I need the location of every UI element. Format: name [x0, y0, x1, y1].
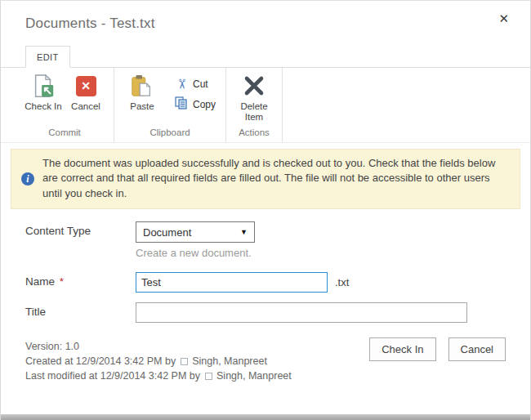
title-row: Title [25, 302, 506, 323]
group-label-clipboard: Clipboard [114, 125, 225, 142]
dialog-title: Documents - Test.txt [25, 16, 509, 32]
cut-button[interactable]: ✂ Cut [170, 74, 219, 94]
title-label: Title [25, 302, 136, 318]
presence-indicator-icon [181, 358, 188, 365]
cancel-icon: ✕ [73, 73, 99, 99]
paste-label: Paste [130, 101, 154, 112]
group-label-commit: Commit [16, 125, 114, 142]
delete-item-label: Delete Item [235, 101, 273, 123]
dialog-bottom-shadow [1, 414, 530, 420]
modified-user: Singh, Manpreet [216, 370, 292, 382]
delete-item-icon [241, 73, 267, 99]
presence-indicator-icon [205, 373, 212, 380]
document-properties-form: Content Type Document ▼ Create a new doc… [1, 209, 530, 323]
title-input[interactable] [136, 302, 467, 323]
created-text: Created at 12/9/2014 3:42 PM by [25, 355, 176, 367]
close-icon[interactable]: ✕ [493, 9, 514, 28]
cancel-footer-button[interactable]: Cancel [448, 337, 506, 361]
modified-line: Last modified at 12/9/2014 3:42 PM bySin… [25, 369, 506, 383]
content-type-label: Content Type [25, 221, 136, 237]
file-extension: .txt [335, 272, 349, 288]
actions-group-body: Delete Item [226, 68, 282, 125]
footer-buttons: Check In Cancel [369, 337, 506, 361]
ribbon-tab-row: EDIT [1, 46, 530, 68]
delete-item-button[interactable]: Delete Item [235, 73, 273, 123]
created-user: Singh, Manpreet [192, 355, 267, 367]
content-type-help-text: Create a new document. [136, 247, 255, 259]
ribbon-group-actions: Delete Item Actions [226, 68, 283, 142]
content-type-row: Content Type Document ▼ Create a new doc… [25, 221, 506, 259]
paste-button[interactable]: Paste [123, 73, 161, 112]
cancel-ribbon-button[interactable]: ✕ Cancel [67, 73, 105, 112]
modified-text: Last modified at 12/9/2014 3:42 PM by [25, 370, 200, 382]
document-edit-dialog: Documents - Test.txt ✕ EDIT Check In [0, 0, 531, 420]
paste-icon [129, 73, 155, 99]
name-input[interactable] [136, 272, 328, 293]
ribbon-group-commit: Check In ✕ Cancel Commit [16, 68, 114, 142]
ribbon-group-clipboard: Paste ✂ Cut [114, 68, 226, 142]
content-type-field: Document ▼ Create a new document. [136, 221, 255, 259]
cut-icon: ✂ [173, 77, 190, 92]
clipboard-group-body: Paste ✂ Cut [114, 68, 225, 125]
check-in-footer-button[interactable]: Check In [369, 337, 435, 361]
status-message-text: The document was uploaded successfully a… [42, 157, 495, 199]
name-label: Name * [25, 272, 136, 288]
name-label-text: Name [25, 275, 55, 288]
check-in-button[interactable]: Check In [25, 73, 62, 112]
chevron-down-icon: ▼ [240, 228, 248, 236]
status-message: i The document was uploaded successfully… [11, 149, 520, 209]
name-row: Name * .txt [25, 272, 506, 293]
name-field: .txt [136, 272, 349, 293]
cut-copy-column: ✂ Cut Copy [170, 73, 219, 115]
required-marker: * [60, 275, 64, 288]
content-type-select[interactable]: Document ▼ [136, 221, 255, 243]
check-in-label: Check In [25, 101, 61, 112]
ribbon: Check In ✕ Cancel Commit [1, 68, 530, 143]
dialog-footer: Version: 1.0 Created at 12/9/2014 3:42 P… [1, 333, 530, 383]
commit-group-body: Check In ✕ Cancel [16, 68, 114, 125]
copy-icon [173, 96, 190, 113]
copy-button[interactable]: Copy [170, 94, 219, 115]
cancel-ribbon-label: Cancel [71, 101, 100, 112]
content-type-selected-value: Document [143, 226, 191, 239]
group-label-actions: Actions [226, 125, 282, 142]
copy-label: Copy [193, 99, 216, 110]
dialog-header: Documents - Test.txt ✕ [1, 1, 530, 32]
tab-edit[interactable]: EDIT [25, 46, 70, 68]
check-in-icon [30, 73, 56, 99]
cut-label: Cut [193, 78, 208, 90]
info-icon: i [21, 172, 34, 185]
